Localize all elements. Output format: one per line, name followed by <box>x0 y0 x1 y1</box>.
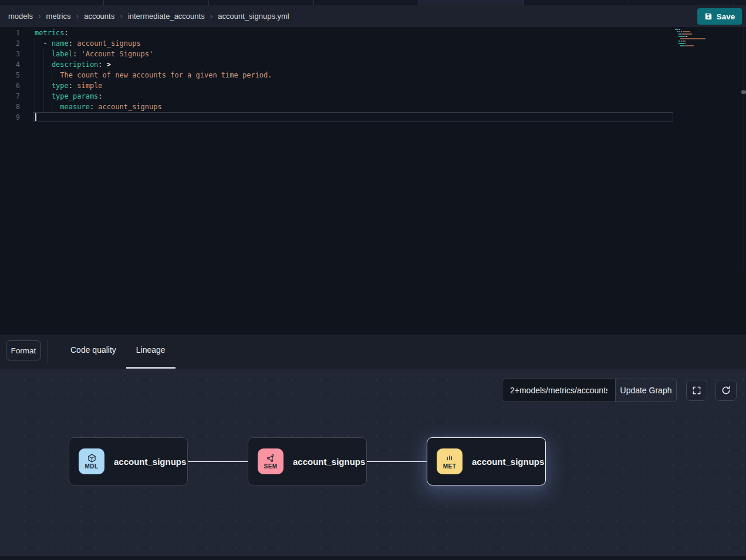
node-type-label: SEM <box>264 464 278 470</box>
indent-guide <box>35 70 43 80</box>
node-type-label: MET <box>443 464 456 470</box>
indent-guide <box>43 102 51 112</box>
code-line: 2- name: account_signups <box>0 38 746 49</box>
code-line: 1metrics: <box>0 28 746 38</box>
tab-divider <box>208 0 209 5</box>
minimap-line <box>675 33 711 35</box>
indent-guide <box>52 70 60 80</box>
minimap-line <box>675 31 711 32</box>
indent-guide <box>43 80 51 91</box>
code-line-content: type: simple <box>35 80 103 91</box>
tab-divider <box>524 0 524 5</box>
yaml-token: account_signups <box>94 103 162 111</box>
tab-divider <box>734 0 734 5</box>
editor-tabs-strip <box>0 0 746 5</box>
breadcrumb-item[interactable]: account_signups.yml <box>218 12 289 21</box>
save-floppy-icon <box>704 12 713 21</box>
line-number: 5 <box>0 70 20 80</box>
lineage-edge <box>188 461 248 462</box>
minimap-line <box>675 38 711 39</box>
breadcrumb-item[interactable]: accounts <box>84 12 114 21</box>
breadcrumb-separator-icon: › <box>120 12 123 20</box>
line-number: 1 <box>0 28 20 38</box>
breadcrumb: models›metrics›accounts›intermediate_acc… <box>8 5 289 27</box>
node-label: account_signups <box>472 457 544 467</box>
text-cursor <box>35 113 36 121</box>
yaml-token: name <box>52 39 69 48</box>
update-graph-button[interactable]: Update Graph <box>616 379 677 402</box>
tab-divider <box>103 0 104 5</box>
yaml-token: The count of new accounts for a given ti… <box>60 71 272 79</box>
yaml-token: description <box>52 60 98 69</box>
tab-bar-divider <box>48 339 48 363</box>
breadcrumb-item[interactable]: intermediate_accounts <box>128 12 205 21</box>
line-number: 6 <box>0 80 20 91</box>
yaml-token: simple <box>73 82 103 90</box>
metric-bars-icon <box>445 453 455 463</box>
yaml-token: - <box>43 39 51 48</box>
code-line: 8measure: account_signups <box>0 102 746 112</box>
node-type-label: MDL <box>85 464 99 470</box>
yaml-token: 'Account Signups' <box>77 50 153 58</box>
tab-divider <box>629 0 629 5</box>
minimap-line <box>675 45 711 46</box>
panel-tabs: Code quality Lineage <box>60 335 175 365</box>
save-button[interactable]: Save <box>697 8 742 25</box>
code-line-content: The count of new accounts for a given ti… <box>35 70 272 80</box>
node-type-badge: MDL <box>79 448 104 474</box>
lineage-filter-input[interactable] <box>502 379 616 402</box>
yaml-token: : <box>98 92 102 100</box>
yaml-code-editor[interactable]: 1metrics:2- name: account_signups3label:… <box>0 27 746 335</box>
refresh-icon <box>721 385 731 396</box>
tab-code-quality[interactable]: Code quality <box>60 335 126 365</box>
breadcrumb-item[interactable]: metrics <box>46 12 71 21</box>
lineage-canvas[interactable]: Update Graph MDLaccount_signupsSEMaccoun… <box>0 369 746 556</box>
minimap-line <box>675 36 711 37</box>
semantic-model-icon <box>266 453 276 463</box>
tab-lineage[interactable]: Lineage <box>126 335 175 365</box>
code-line-content: - name: account_signups <box>35 38 141 49</box>
code-line-content: measure: account_signups <box>35 102 162 112</box>
code-line: 3label: 'Account Signups' <box>0 49 746 59</box>
yaml-token: metrics <box>35 29 65 37</box>
format-button[interactable]: Format <box>6 340 41 360</box>
code-line: 7type_params: <box>0 91 746 102</box>
minimap-line <box>675 41 711 42</box>
lineage-node-met[interactable]: METaccount_signups <box>427 437 546 485</box>
code-line: 6type: simple <box>0 80 746 91</box>
yaml-token: measure <box>60 103 90 111</box>
indent-guide <box>35 49 43 59</box>
refresh-button[interactable] <box>715 380 737 401</box>
lineage-node-sem[interactable]: SEMaccount_signups <box>248 437 367 485</box>
yaml-token: : <box>65 29 69 37</box>
active-tab-segment <box>418 0 524 5</box>
node-label: account_signups <box>293 457 365 467</box>
tab-divider <box>418 0 419 5</box>
breadcrumb-separator-icon: › <box>38 12 41 20</box>
line-number: 4 <box>0 59 20 70</box>
breadcrumb-item[interactable]: models <box>8 12 33 21</box>
dbt-ide-app: models›metrics›accounts›intermediate_acc… <box>0 0 746 560</box>
yaml-token: account_signups <box>73 39 141 48</box>
line-number: 9 <box>0 112 20 123</box>
node-type-badge: SEM <box>258 448 283 474</box>
bottom-strip <box>0 556 746 560</box>
editor-scrollbar-track[interactable] <box>744 27 744 270</box>
tab-divider <box>313 0 314 5</box>
yaml-token: : <box>69 39 73 48</box>
indent-guide <box>43 49 51 59</box>
lineage-node-mdl[interactable]: MDLaccount_signups <box>69 437 188 485</box>
minimap[interactable] <box>675 29 711 50</box>
breadcrumb-separator-icon: › <box>210 12 213 20</box>
yaml-token: label <box>52 50 73 58</box>
indent-guide <box>43 91 51 102</box>
fullscreen-button[interactable] <box>686 380 707 401</box>
yaml-token: type <box>52 82 69 90</box>
code-line-content: label: 'Account Signups' <box>35 49 153 59</box>
save-button-label: Save <box>717 12 735 21</box>
yaml-token: type_params <box>52 92 98 100</box>
yaml-token: : <box>69 82 73 90</box>
node-type-badge: MET <box>437 448 463 474</box>
editor-scrollbar-thumb[interactable] <box>741 90 746 94</box>
code-line: 9 <box>0 112 746 123</box>
